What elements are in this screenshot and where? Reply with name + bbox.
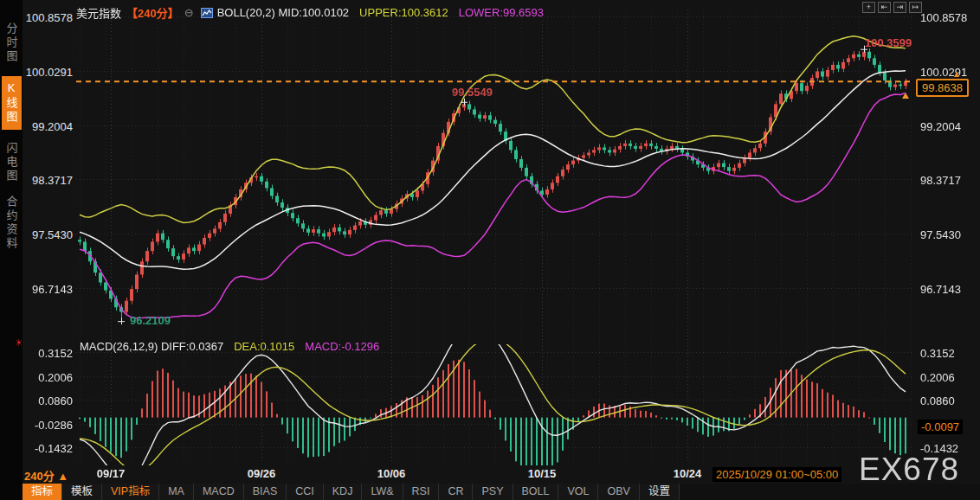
price-axis-label-left: 100.8578 <box>19 11 73 24</box>
xaxis-date-label: 09/26 <box>234 467 289 480</box>
up-arrow-icon: ▲ <box>57 470 68 483</box>
collapse-icon[interactable]: ⊖ <box>184 6 194 19</box>
macd-header: MACD(26,12,9) DIFF:0.0367 DEA:0.1015 MAC… <box>80 340 379 353</box>
macd-dea-label: DEA:0.1015 <box>234 340 294 353</box>
price-axis-label-right: 98.3717 <box>920 174 961 187</box>
toolbar-item-xx[interactable]: 模板 <box>62 484 102 500</box>
line-chart-icon[interactable] <box>201 8 213 18</box>
scale-right-icon[interactable]: ⇥ <box>893 2 906 13</box>
bottom-toolbar: 指标模板VIP指标MAMACDBIASCCIKDJLW&RSICRPSYBOLL… <box>23 484 980 500</box>
xaxis-date-label: 10/24 <box>660 467 715 480</box>
sidebar-tab-2[interactable]: K线图 <box>2 76 22 130</box>
period-indicator[interactable]: 240分 ▲ <box>24 467 68 484</box>
sidebar-tab-4[interactable]: 合约资料 <box>3 196 20 251</box>
price-axis-label-left: 98.3717 <box>19 174 73 187</box>
annotation-period-low: 96.2109 <box>130 314 171 327</box>
left-tab-sidebar: 分时图K线图闪电图合约资料 <box>0 0 23 500</box>
toolbar-item-LWx[interactable]: LW& <box>362 484 403 500</box>
macd-current-box: -0.0097 <box>918 420 963 434</box>
xaxis-date-label: 10/15 <box>514 467 570 480</box>
chart-tool-icons: +⇤⇥↦ <box>862 2 922 13</box>
macd-axis-label-left: 0.0860 <box>19 394 73 407</box>
toolbar-item-PSY[interactable]: PSY <box>473 484 513 500</box>
watermark: EX678 <box>859 452 959 488</box>
toolbar-item-BIAS[interactable]: BIAS <box>244 484 287 500</box>
last-price-box: 99.8638 <box>916 79 969 97</box>
pan-right-icon[interactable]: ↦ <box>909 2 922 13</box>
boll-mid-label: BOLL(20,2) MID:100.0102 <box>217 6 349 19</box>
annotation-swing-high: 99.5549 <box>452 86 493 99</box>
macd-params-label: MACD(26,12,9) DIFF:0.0367 <box>80 340 223 353</box>
toolbar-item-RSI[interactable]: RSI <box>403 484 440 500</box>
candlestick-chart-canvas[interactable] <box>76 9 916 465</box>
toolbar-item-MA[interactable]: MA <box>159 484 194 500</box>
price-axis-label-left: 100.0291 <box>19 66 73 79</box>
price-axis-label-right: 99.2004 <box>920 120 961 133</box>
boll-lower-label: LOWER:99.6593 <box>459 6 544 19</box>
symbol-title: 美元指数 <box>76 4 121 21</box>
toolbar-item-VOL[interactable]: VOL <box>558 484 598 500</box>
sidebar-tab-1[interactable]: 分时图 <box>3 22 20 64</box>
crosshair-icon[interactable]: + <box>862 2 875 13</box>
period-selector[interactable]: 【240分】 <box>126 4 179 21</box>
price-axis-label-right: 97.5430 <box>920 228 961 241</box>
toolbar-item-MACD[interactable]: MACD <box>194 484 244 500</box>
macd-axis-label-right: 0.0860 <box>920 394 955 407</box>
sidebar-tab-3[interactable]: 闪电图 <box>3 142 20 183</box>
price-axis-label-left: 99.2004 <box>19 120 73 133</box>
trading-chart-app: 分时图K线图闪电图合约资料 美元指数 【240分】 ⊖ BOLL(20,2) M… <box>0 0 980 500</box>
toolbar-item-VIPxx[interactable]: VIP指标 <box>102 484 159 500</box>
toolbar-item-KDJ[interactable]: KDJ <box>324 484 363 500</box>
macd-axis-label-left: 0.3152 <box>19 347 73 360</box>
xaxis-date-label: 09/17 <box>83 467 139 480</box>
price-axis-label-right: 96.7143 <box>920 283 961 296</box>
time-range-label: 2025/10/29 01:00~05:00 <box>712 467 841 482</box>
chart-header: 美元指数 【240分】 ⊖ BOLL(20,2) MID:100.0102 UP… <box>76 4 544 21</box>
macd-axis-label-left: -0.0286 <box>19 419 73 432</box>
macd-value-label: MACD:-0.1296 <box>305 340 379 353</box>
price-axis-label-right: 100.8578 <box>920 11 967 24</box>
annotation-period-high: 100.3599 <box>865 36 912 49</box>
macd-axis-label-left: 0.2006 <box>19 371 73 384</box>
boll-upper-label: UPPER:100.3612 <box>359 6 448 19</box>
toolbar-item-BOLL[interactable]: BOLL <box>513 484 559 500</box>
price-axis-label-left: 97.5430 <box>19 228 73 241</box>
toolbar-item-OBV[interactable]: OBV <box>598 484 639 500</box>
macd-axis-label-right: 0.2006 <box>920 371 955 384</box>
toolbar-item-CCI[interactable]: CCI <box>287 484 324 500</box>
price-axis-label-left: 96.7143 <box>19 283 73 296</box>
macd-axis-label-right: 0.3152 <box>920 347 955 360</box>
toolbar-item-xx[interactable]: 设置 <box>640 484 680 500</box>
macd-axis-label-left: -0.1432 <box>19 442 73 455</box>
indicator-settings-icon[interactable]: ☀ <box>15 337 23 349</box>
xaxis-date-label: 10/06 <box>364 467 419 480</box>
toolbar-item-CR[interactable]: CR <box>439 484 473 500</box>
price-up-arrow-icon: ▲ <box>952 69 961 79</box>
scale-left-icon[interactable]: ⇤ <box>878 2 891 13</box>
toolbar-item-xx[interactable]: 指标 <box>23 484 62 500</box>
period-text: 240分 <box>24 470 55 483</box>
